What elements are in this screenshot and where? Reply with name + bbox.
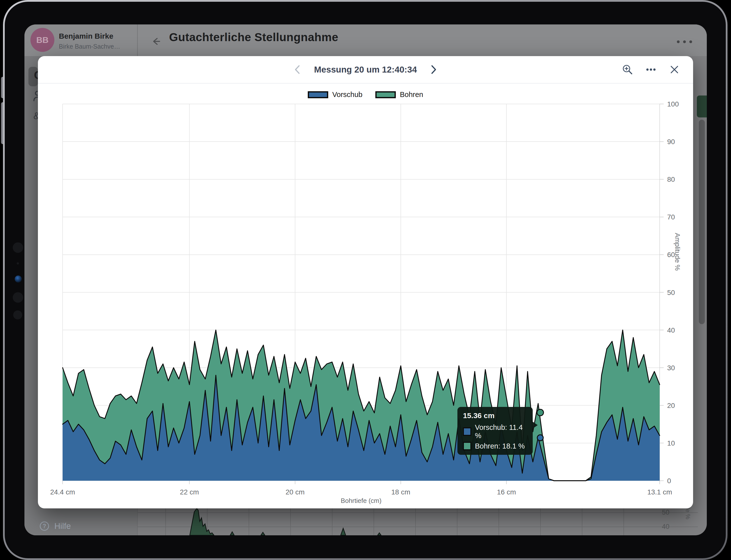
ellipsis-icon	[677, 40, 680, 43]
y-tick-label: 100	[667, 101, 679, 108]
x-tick-label: 22 cm	[180, 488, 199, 496]
marker-bohren	[537, 409, 543, 416]
x-tick-label: 20 cm	[286, 488, 305, 496]
x-tick-label: 18 cm	[391, 488, 410, 496]
y-tick-label: 30	[667, 364, 675, 372]
dialog-title: Messung 20 um 12:40:34	[314, 65, 417, 75]
tooltip-value: Vorschub: 11.4 %	[475, 423, 527, 440]
bg-primary-button-fragment	[697, 95, 707, 117]
marker-vorschub	[537, 435, 543, 441]
screen: BB Benjamin Birke Birke Baum-Sachve… Gut…	[24, 24, 707, 535]
sensor-icon	[13, 310, 22, 319]
y-tick-label: 10	[667, 439, 675, 447]
y-tick-label: 90	[667, 138, 675, 146]
previous-measurement-button[interactable]	[292, 64, 303, 75]
scrollbar-thumb[interactable]	[699, 120, 705, 324]
help-label: Hilfe	[54, 521, 71, 531]
tooltip-swatch	[463, 442, 471, 450]
close-icon	[669, 64, 680, 75]
user-organization: Birke Baum-Sachve…	[59, 43, 120, 50]
tooltip-title: 15.36 cm	[463, 411, 527, 420]
x-tick-label: 13.1 cm	[647, 488, 672, 496]
tooltip-row: Vorschub: 11.4 %	[463, 423, 527, 440]
measurement-dialog: Messung 20 um 12:40:34	[38, 56, 693, 508]
chart-legend: Vorschub Bohren	[38, 91, 693, 99]
y-tick-label: 70	[667, 213, 675, 221]
legend-label: Bohren	[400, 91, 423, 99]
x-tick-label: 16 cm	[497, 488, 516, 496]
bg-chart-ytick: 50	[662, 509, 669, 516]
tooltip-row: Bohren: 18.1 %	[463, 442, 527, 450]
x-axis-title: Bohrtiefe (cm)	[38, 497, 684, 505]
camera-icon	[13, 242, 23, 253]
avatar[interactable]: BB	[30, 28, 54, 52]
camera-lens-icon	[15, 276, 22, 282]
help-button[interactable]: ? Hilfe	[39, 521, 71, 532]
camera-dot-icon	[17, 262, 19, 265]
legend-swatch	[308, 91, 328, 98]
ellipsis-icon	[689, 40, 692, 43]
tooltip-swatch	[463, 427, 471, 436]
y-tick-label: 0	[667, 477, 671, 485]
more-options-button[interactable]	[645, 64, 657, 75]
sensor-icon	[13, 292, 23, 303]
top-bar	[24, 24, 707, 56]
ellipsis-icon	[645, 64, 657, 75]
page-title: Gutachterliche Stellungnahme	[169, 30, 338, 44]
tooltip-value: Bohren: 18.1 %	[475, 442, 525, 450]
magnifier-plus-icon	[622, 64, 633, 75]
y-tick-label: 80	[667, 176, 675, 183]
x-tick-label: 24.4 cm	[50, 488, 75, 496]
svg-text:?: ?	[43, 523, 46, 529]
chevron-right-icon	[430, 65, 437, 75]
legend-label: Vorschub	[332, 91, 362, 99]
y-axis-title: Amplitude %	[673, 233, 681, 353]
legend-item-vorschub[interactable]: Vorschub	[308, 91, 362, 99]
tooltip-arrow	[532, 421, 538, 429]
chart-tooltip: 15.36 cm Vorschub: 11.4 % Bohren: 18.1 %	[457, 407, 533, 455]
y-tick-label: 20	[667, 402, 675, 409]
close-button[interactable]	[669, 64, 680, 75]
legend-swatch	[375, 91, 396, 98]
bg-chart-ytick: 40	[662, 523, 669, 531]
area-chart[interactable]: 010203040506070809010024.4 cm22 cm20 cm1…	[38, 101, 693, 508]
next-measurement-button[interactable]	[428, 64, 439, 75]
back-button[interactable]	[149, 35, 162, 48]
zoom-button[interactable]	[622, 64, 633, 75]
user-name: Benjamin Birke	[59, 32, 113, 40]
tablet-frame: BB Benjamin Birke Birke Baum-Sachve… Gut…	[3, 0, 728, 560]
bg-chart-spike	[162, 508, 536, 535]
legend-item-bohren[interactable]: Bohren	[375, 91, 423, 99]
chevron-left-icon	[294, 65, 301, 75]
dialog-header: Messung 20 um 12:40:34	[38, 56, 693, 84]
question-circle-icon: ?	[39, 521, 50, 532]
ellipsis-icon	[683, 40, 686, 43]
arrow-left-icon	[149, 35, 162, 48]
page-menu-button[interactable]	[677, 38, 697, 45]
